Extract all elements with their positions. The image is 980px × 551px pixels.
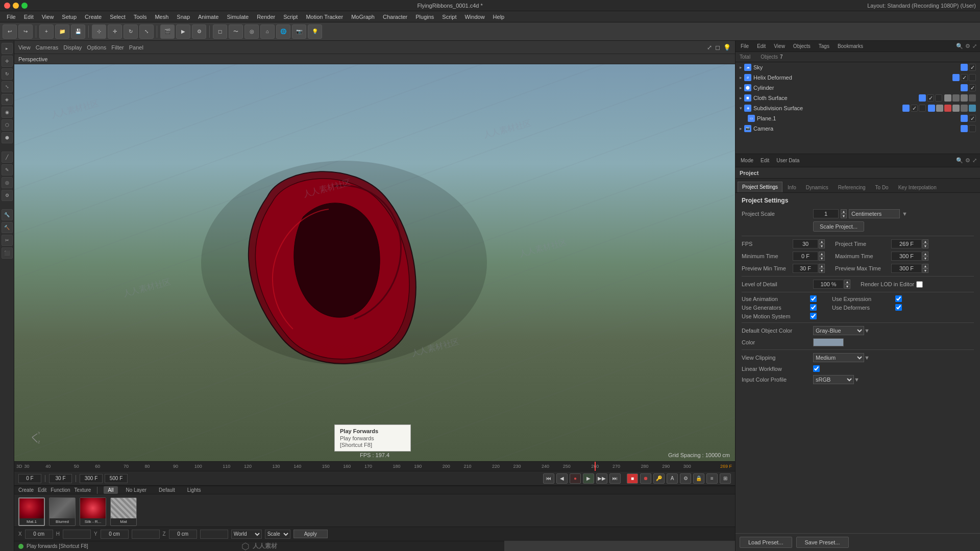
default-obj-color-dropdown[interactable]: Gray-Blue bbox=[813, 326, 864, 335]
nurbs-btn[interactable]: ◎ bbox=[244, 24, 259, 39]
menu-character[interactable]: Character bbox=[379, 13, 411, 21]
mat-tab-nolayer[interactable]: No Layer bbox=[122, 486, 151, 494]
ltool-select[interactable]: ▸ bbox=[2, 43, 13, 54]
ltool-4[interactable]: ⬢ bbox=[2, 132, 13, 143]
tab-referencing[interactable]: Referencing bbox=[834, 182, 870, 192]
vp-options-btn[interactable]: Options bbox=[87, 44, 106, 51]
vp-display-btn[interactable]: Display bbox=[63, 44, 82, 51]
preview-min-input[interactable] bbox=[793, 264, 818, 273]
ltool-6[interactable]: ✎ bbox=[2, 164, 13, 176]
ltool-2[interactable]: ◉ bbox=[2, 107, 13, 118]
minimize-button[interactable] bbox=[13, 3, 19, 9]
stop-btn[interactable]: ■ bbox=[627, 473, 638, 484]
x-input[interactable] bbox=[25, 530, 53, 539]
load-preset-btn[interactable]: Load Preset... bbox=[740, 537, 792, 548]
redo-btn[interactable]: ↪ bbox=[18, 24, 33, 39]
mat-texture-btn[interactable]: Texture bbox=[75, 487, 91, 493]
linear-workflow-cb[interactable] bbox=[813, 365, 820, 372]
anim-auto-btn[interactable]: A bbox=[667, 473, 678, 484]
render-active-btn[interactable]: 🎬 bbox=[160, 24, 175, 39]
select-btn[interactable]: ⊹ bbox=[92, 24, 106, 39]
tab-todo[interactable]: To Do bbox=[871, 182, 893, 192]
obj-tag-subdiv-6[interactable] bbox=[969, 105, 976, 112]
menu-mesh[interactable]: Mesh bbox=[151, 13, 173, 21]
save-btn[interactable]: 💾 bbox=[71, 24, 85, 39]
scale-dropdown[interactable]: Scale bbox=[265, 530, 290, 539]
obj-tag-subdiv-3[interactable] bbox=[944, 105, 951, 112]
min-down[interactable]: ▼ bbox=[819, 256, 825, 261]
ltool-scale[interactable]: ⤡ bbox=[2, 81, 13, 92]
apply-button[interactable]: Apply bbox=[293, 530, 328, 538]
new-btn[interactable]: + bbox=[39, 24, 54, 39]
obj-row-cloth[interactable]: ▸ ◼ Cloth Surface ✓ bbox=[736, 93, 980, 103]
min-up[interactable]: ▲ bbox=[819, 252, 825, 256]
menu-file[interactable]: File bbox=[3, 13, 20, 21]
prev-frame-btn[interactable]: ◀ bbox=[556, 473, 568, 484]
lod-up[interactable]: ▲ bbox=[844, 280, 850, 284]
obj-row-helix[interactable]: ▸ ⌀ Helix Deformed ✓ bbox=[736, 72, 980, 83]
render-lod-checkbox[interactable] bbox=[916, 281, 923, 288]
use-deformers-cb[interactable] bbox=[895, 304, 902, 311]
end-frame-input[interactable] bbox=[80, 474, 103, 483]
menu-create[interactable]: Create bbox=[81, 13, 106, 21]
max-up[interactable]: ▲ bbox=[922, 252, 928, 256]
rp-expand-icon[interactable]: ⤢ bbox=[972, 43, 977, 49]
maximize-button[interactable] bbox=[21, 3, 28, 9]
rotate-btn[interactable]: ↻ bbox=[124, 24, 138, 39]
input-color-dropdown[interactable]: sRGB Linear bbox=[813, 375, 854, 384]
rp-search-icon[interactable]: 🔍 bbox=[956, 43, 963, 49]
mat-create-btn[interactable]: Create bbox=[18, 487, 34, 493]
mat-tab-lights[interactable]: Lights bbox=[183, 486, 205, 494]
lod-input[interactable] bbox=[813, 280, 844, 289]
rp-file-btn[interactable]: File bbox=[739, 43, 751, 49]
goto-start-btn[interactable]: ⏮ bbox=[543, 473, 554, 484]
goto-end-btn[interactable]: ⏭ bbox=[609, 473, 621, 484]
fps-down-btn[interactable]: ▼ bbox=[819, 244, 825, 248]
props-expand-icon[interactable]: ⤢ bbox=[972, 157, 977, 164]
menu-tools[interactable]: Tools bbox=[130, 13, 151, 21]
obj-tag-2[interactable] bbox=[952, 94, 960, 102]
play-fwd-btn[interactable]: ▶ bbox=[583, 473, 594, 484]
vp-cameras-btn[interactable]: Cameras bbox=[36, 44, 59, 51]
p-input[interactable] bbox=[132, 530, 160, 539]
anim-lock-btn[interactable]: 🔒 bbox=[693, 473, 704, 484]
record-btn[interactable]: ● bbox=[570, 473, 581, 484]
pmax-down[interactable]: ▼ bbox=[922, 268, 928, 273]
z-input[interactable] bbox=[169, 530, 197, 539]
material-item-4[interactable]: Mat bbox=[110, 497, 137, 526]
h-input[interactable] bbox=[63, 530, 91, 539]
rp-bookmarks-btn[interactable]: Bookmarks bbox=[836, 43, 865, 49]
scale-down-btn[interactable]: ▼ bbox=[841, 214, 847, 218]
ltool-5[interactable]: ╱ bbox=[2, 152, 13, 163]
next-frame-btn[interactable]: ▶▶ bbox=[596, 473, 607, 484]
light-btn[interactable]: 💡 bbox=[308, 24, 322, 39]
scale-project-btn[interactable]: Scale Project... bbox=[813, 221, 864, 232]
obj-tag-subdiv-4[interactable] bbox=[952, 105, 960, 112]
material-item-3[interactable]: Silk - R... bbox=[80, 497, 106, 526]
menu-mograph[interactable]: MoGraph bbox=[347, 13, 379, 21]
obj-row-subdiv[interactable]: ▾ ◈ Subdivision Surface ✓ bbox=[736, 103, 980, 113]
fps-up-btn[interactable]: ▲ bbox=[819, 239, 825, 244]
tab-dynamics[interactable]: Dynamics bbox=[801, 182, 833, 192]
obj-tag-subdiv-1[interactable] bbox=[928, 105, 935, 112]
menu-snap[interactable]: Snap bbox=[173, 13, 194, 21]
anim-modes-btn[interactable]: ≡ bbox=[706, 473, 718, 484]
max-down[interactable]: ▼ bbox=[922, 256, 928, 261]
camera-btn[interactable]: 📷 bbox=[292, 24, 306, 39]
menu-setup[interactable]: Setup bbox=[58, 13, 81, 21]
y-input[interactable] bbox=[101, 530, 129, 539]
menu-script[interactable]: Script bbox=[279, 13, 302, 21]
vp-icon-1[interactable]: ⤢ bbox=[707, 44, 712, 51]
spline-btn[interactable]: 〜 bbox=[229, 24, 243, 39]
ltool-move[interactable]: ✛ bbox=[2, 56, 13, 67]
tab-key-interp[interactable]: Key Interpolation bbox=[894, 182, 941, 192]
menu-view[interactable]: View bbox=[38, 13, 58, 21]
obj-lock-helix[interactable] bbox=[969, 74, 976, 81]
props-settings-icon[interactable]: ⚙ bbox=[965, 157, 970, 164]
use-expression-cb[interactable] bbox=[895, 295, 902, 302]
scene-btn[interactable]: 🌐 bbox=[276, 24, 290, 39]
props-mode-btn[interactable]: Mode bbox=[739, 158, 755, 163]
obj-tag-1[interactable] bbox=[944, 94, 951, 102]
vp-view-btn[interactable]: View bbox=[18, 44, 31, 51]
props-userdata-btn[interactable]: User Data bbox=[774, 158, 801, 163]
